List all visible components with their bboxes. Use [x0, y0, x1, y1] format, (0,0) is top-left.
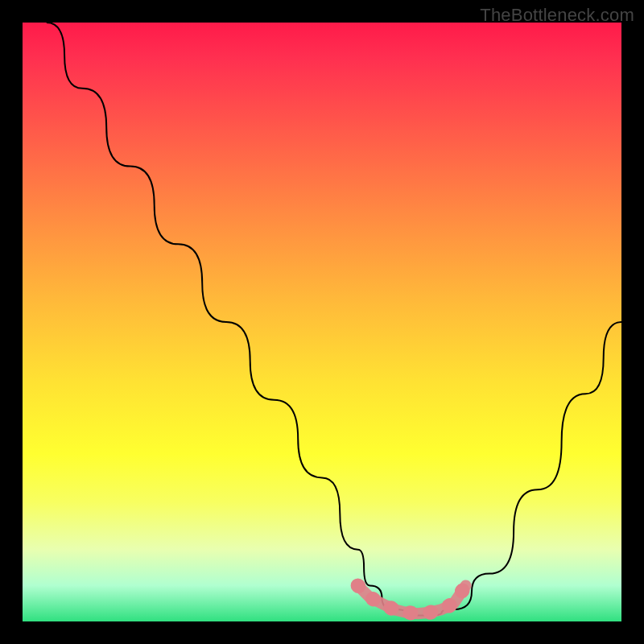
watermark-text: TheBottleneck.com [480, 5, 634, 26]
optimal-zone-dots [358, 585, 466, 613]
curve-svg [23, 23, 621, 621]
chart-container: TheBottleneck.com [0, 0, 644, 644]
plot-area [23, 23, 621, 621]
bottleneck-curve-line [47, 23, 621, 616]
